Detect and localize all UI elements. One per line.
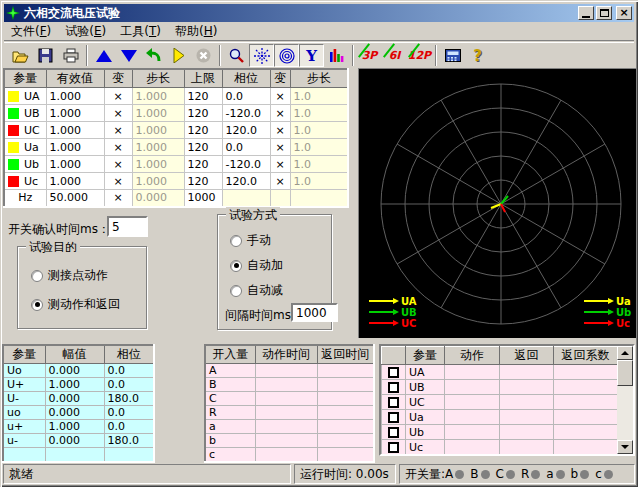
step-cell[interactable]: 1.0 — [290, 105, 348, 122]
step-cell[interactable]: 1.000 — [132, 139, 184, 156]
vary-toggle[interactable]: × — [270, 173, 290, 190]
checkbox[interactable] — [388, 442, 399, 453]
vary-toggle[interactable]: × — [104, 122, 132, 139]
limit-cell[interactable]: 120 — [184, 156, 222, 173]
switch-indicator-b: b — [571, 467, 596, 481]
limit-cell[interactable]: 120 — [184, 88, 222, 105]
menu-file[interactable]: 文件(F) — [4, 22, 58, 41]
vary-toggle[interactable]: × — [104, 190, 132, 207]
value-cell[interactable]: 1.000 — [46, 88, 104, 105]
vary-toggle[interactable]: × — [270, 105, 290, 122]
step-cell[interactable]: 1.0 — [290, 156, 348, 173]
value-cell[interactable]: 1.000 — [46, 122, 104, 139]
param-row-ub2: Ub 1.000 × 1.000 120 -120.0 × 1.0 — [4, 156, 348, 173]
interval-input[interactable] — [291, 303, 338, 322]
menu-help[interactable]: 帮助(H) — [168, 22, 224, 41]
step-cell[interactable]: 1.0 — [290, 88, 348, 105]
status-switches: 开关量: A B C R a b c — [399, 464, 635, 484]
status-bar: 就绪 运行时间: 0.00s 开关量: A B C R a b c — [3, 463, 635, 484]
step-cell[interactable]: 1.000 — [132, 105, 184, 122]
vary-toggle[interactable]: × — [104, 173, 132, 190]
limit-cell[interactable]: 120 — [184, 105, 222, 122]
phase-cell[interactable]: 0.0 — [222, 139, 270, 156]
bar-chart-button[interactable] — [324, 44, 349, 67]
result-table: 参量 动作 返回 返回系数 UA UB UC Ua Ub Uc — [381, 346, 618, 455]
maximize-button[interactable] — [596, 6, 612, 20]
step-cell[interactable]: 1.0 — [290, 139, 348, 156]
step-cell[interactable]: 1.000 — [132, 173, 184, 190]
vary-toggle[interactable]: × — [270, 139, 290, 156]
value-cell[interactable]: 50.000 — [46, 190, 104, 207]
value-cell[interactable]: 1.000 — [46, 156, 104, 173]
undo-button[interactable] — [141, 44, 166, 67]
phasor-chart: UA UB UC Ua Ub Uc — [358, 68, 636, 338]
print-button[interactable] — [58, 44, 83, 67]
zoom-button[interactable] — [224, 44, 249, 67]
radio-contact-action[interactable]: 测接点动作 — [31, 267, 108, 284]
checkbox[interactable] — [388, 412, 399, 423]
vary-toggle[interactable]: × — [270, 88, 290, 105]
radio-auto-decrease[interactable]: 自动减 — [230, 282, 283, 299]
close-button[interactable]: × — [616, 6, 632, 20]
vertical-scrollbar[interactable] — [617, 346, 633, 454]
step-cell[interactable]: 1.0 — [290, 173, 348, 190]
menu-tools[interactable]: 工具(T) — [113, 22, 168, 41]
open-button[interactable] — [8, 44, 33, 67]
phase-cell[interactable]: 120.0 — [222, 122, 270, 139]
step-cell[interactable]: 0.000 — [132, 190, 184, 207]
raise-button[interactable] — [91, 44, 116, 67]
menu-test[interactable]: 试验(E) — [58, 22, 113, 41]
lower-button[interactable] — [116, 44, 141, 67]
step-cell[interactable]: 1.000 — [132, 88, 184, 105]
radio-manual[interactable]: 手动 — [230, 232, 271, 249]
phase-cell[interactable]: 0.0 — [222, 88, 270, 105]
minimize-button[interactable] — [578, 6, 594, 20]
vary-toggle[interactable]: × — [104, 156, 132, 173]
vary-toggle[interactable]: × — [104, 105, 132, 122]
scroll-up-button[interactable] — [617, 346, 633, 360]
scroll-down-button[interactable] — [617, 440, 633, 454]
checkbox[interactable] — [388, 397, 399, 408]
vary-toggle[interactable]: × — [104, 88, 132, 105]
phasor-circles-button[interactable] — [274, 44, 299, 67]
checkbox[interactable] — [388, 427, 399, 438]
start-button[interactable] — [166, 44, 191, 67]
phasor-star-icon — [254, 48, 270, 64]
checkbox[interactable] — [388, 367, 399, 378]
stop-button[interactable] — [191, 44, 216, 67]
col-header: 动作时间 — [255, 345, 317, 364]
step-cell[interactable]: 1.000 — [132, 122, 184, 139]
vary-toggle[interactable]: × — [270, 122, 290, 139]
radio-icon — [31, 299, 43, 311]
help-button[interactable]: ? — [465, 44, 490, 67]
phase-cell[interactable]: -120.0 — [222, 156, 270, 173]
vector-y-button[interactable]: Y — [299, 44, 324, 67]
value-cell[interactable]: 1.000 — [46, 173, 104, 190]
limit-cell[interactable]: 120 — [184, 173, 222, 190]
phase-cell[interactable]: 120.0 — [222, 173, 270, 190]
limit-cell[interactable]: 120 — [184, 122, 222, 139]
switch-confirm-input[interactable] — [107, 216, 148, 237]
twelve-phase-button[interactable]: 12P — [407, 44, 432, 67]
value-cell[interactable]: 1.000 — [46, 139, 104, 156]
test-purpose-group: 试验目的 测接点动作 测动作和返回 — [17, 246, 147, 329]
limit-cell[interactable]: 1000 — [184, 190, 222, 207]
three-phase-button[interactable]: 3P — [357, 44, 382, 67]
radio-action-and-return[interactable]: 测动作和返回 — [31, 296, 120, 313]
value-cell[interactable]: 1.000 — [46, 105, 104, 122]
vary-toggle[interactable]: × — [104, 139, 132, 156]
phasor-star-button[interactable] — [249, 44, 274, 67]
limit-cell[interactable]: 120 — [184, 139, 222, 156]
status-ready: 就绪 — [3, 464, 291, 484]
radio-auto-increase[interactable]: 自动加 — [230, 257, 283, 274]
scroll-thumb[interactable] — [617, 360, 633, 386]
step-cell[interactable]: 1.000 — [132, 156, 184, 173]
six-current-button[interactable]: 6I — [382, 44, 407, 67]
phase-cell[interactable]: -120.0 — [222, 105, 270, 122]
step-cell[interactable]: 1.0 — [290, 122, 348, 139]
param-row-uc: UC 1.000 × 1.000 120 120.0 × 1.0 — [4, 122, 348, 139]
vary-toggle[interactable]: × — [270, 156, 290, 173]
checkbox[interactable] — [388, 382, 399, 393]
save-button[interactable] — [33, 44, 58, 67]
calculator-button[interactable] — [440, 44, 465, 67]
